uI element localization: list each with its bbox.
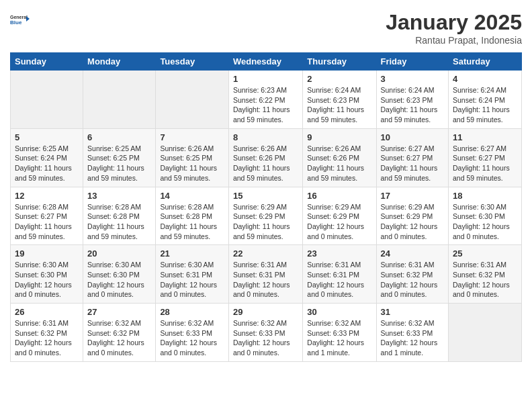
table-row: 20Sunrise: 6:30 AMSunset: 6:30 PMDayligh… (83, 245, 156, 304)
table-row: 4Sunrise: 6:24 AMSunset: 6:24 PMDaylight… (449, 71, 522, 129)
table-row: 23Sunrise: 6:31 AMSunset: 6:31 PMDayligh… (303, 245, 376, 304)
day-number: 18 (453, 191, 517, 201)
day-info: Sunrise: 6:31 AMSunset: 6:32 PMDaylight:… (15, 318, 79, 358)
day-number: 26 (15, 307, 79, 317)
day-info: Sunrise: 6:29 AMSunset: 6:29 PMDaylight:… (233, 202, 298, 242)
day-info: Sunrise: 6:31 AMSunset: 6:32 PMDaylight:… (381, 260, 445, 300)
table-row: 3Sunrise: 6:24 AMSunset: 6:23 PMDaylight… (376, 71, 449, 129)
table-row: 1Sunrise: 6:23 AMSunset: 6:22 PMDaylight… (228, 71, 302, 129)
table-row: 21Sunrise: 6:30 AMSunset: 6:31 PMDayligh… (156, 245, 229, 304)
svg-marker-2 (26, 16, 30, 21)
table-row (449, 304, 522, 362)
day-info: Sunrise: 6:24 AMSunset: 6:23 PMDaylight:… (381, 85, 445, 125)
table-row: 29Sunrise: 6:32 AMSunset: 6:33 PMDayligh… (228, 304, 302, 362)
day-info: Sunrise: 6:23 AMSunset: 6:22 PMDaylight:… (233, 85, 298, 125)
table-row: 28Sunrise: 6:32 AMSunset: 6:33 PMDayligh… (156, 304, 229, 362)
day-number: 4 (453, 74, 517, 84)
day-number: 19 (15, 248, 79, 259)
table-row: 18Sunrise: 6:30 AMSunset: 6:30 PMDayligh… (449, 187, 522, 245)
day-number: 27 (87, 307, 151, 317)
table-row (11, 71, 83, 129)
day-info: Sunrise: 6:28 AMSunset: 6:28 PMDaylight:… (87, 202, 151, 242)
table-row: 31Sunrise: 6:32 AMSunset: 6:33 PMDayligh… (376, 304, 449, 362)
day-number: 30 (307, 307, 371, 317)
header-wednesday: Wednesday (228, 53, 302, 71)
table-row: 12Sunrise: 6:28 AMSunset: 6:27 PMDayligh… (11, 187, 83, 245)
table-row: 30Sunrise: 6:32 AMSunset: 6:33 PMDayligh… (303, 304, 376, 362)
day-number: 14 (160, 191, 224, 201)
day-info: Sunrise: 6:31 AMSunset: 6:31 PMDaylight:… (307, 260, 371, 300)
table-row: 15Sunrise: 6:29 AMSunset: 6:29 PMDayligh… (228, 187, 302, 245)
day-info: Sunrise: 6:25 AMSunset: 6:25 PMDaylight:… (87, 144, 151, 183)
day-info: Sunrise: 6:32 AMSunset: 6:33 PMDaylight:… (233, 318, 298, 358)
table-row: 14Sunrise: 6:28 AMSunset: 6:28 PMDayligh… (156, 187, 229, 245)
day-info: Sunrise: 6:26 AMSunset: 6:26 PMDaylight:… (233, 144, 298, 183)
day-number: 3 (381, 74, 445, 84)
day-number: 23 (307, 248, 371, 259)
day-info: Sunrise: 6:28 AMSunset: 6:27 PMDaylight:… (15, 202, 79, 242)
header-thursday: Thursday (303, 53, 376, 71)
day-info: Sunrise: 6:24 AMSunset: 6:23 PMDaylight:… (307, 85, 371, 125)
logo-icon: GeneralBlue (10, 10, 30, 30)
day-info: Sunrise: 6:30 AMSunset: 6:31 PMDaylight:… (160, 260, 224, 300)
day-info: Sunrise: 6:28 AMSunset: 6:28 PMDaylight:… (160, 202, 224, 242)
day-number: 2 (307, 74, 371, 84)
day-info: Sunrise: 6:31 AMSunset: 6:32 PMDaylight:… (453, 260, 517, 300)
day-number: 24 (381, 248, 445, 259)
table-row: 7Sunrise: 6:26 AMSunset: 6:25 PMDaylight… (156, 128, 229, 187)
table-row: 24Sunrise: 6:31 AMSunset: 6:32 PMDayligh… (376, 245, 449, 304)
day-info: Sunrise: 6:25 AMSunset: 6:24 PMDaylight:… (15, 144, 79, 183)
calendar-week-1: 5Sunrise: 6:25 AMSunset: 6:24 PMDaylight… (11, 128, 522, 187)
table-row: 8Sunrise: 6:26 AMSunset: 6:26 PMDaylight… (228, 128, 302, 187)
day-number: 20 (87, 248, 151, 259)
day-number: 8 (233, 132, 298, 142)
day-info: Sunrise: 6:30 AMSunset: 6:30 PMDaylight:… (453, 202, 517, 242)
calendar: Sunday Monday Tuesday Wednesday Thursday… (10, 52, 522, 362)
day-info: Sunrise: 6:30 AMSunset: 6:30 PMDaylight:… (87, 260, 151, 300)
calendar-week-3: 19Sunrise: 6:30 AMSunset: 6:30 PMDayligh… (11, 245, 522, 304)
table-row: 13Sunrise: 6:28 AMSunset: 6:28 PMDayligh… (83, 187, 156, 245)
day-number: 17 (381, 191, 445, 201)
day-info: Sunrise: 6:24 AMSunset: 6:24 PMDaylight:… (453, 85, 517, 125)
header-monday: Monday (83, 53, 156, 71)
day-number: 22 (233, 248, 298, 259)
day-number: 1 (233, 74, 298, 84)
day-number: 16 (307, 191, 371, 201)
day-info: Sunrise: 6:29 AMSunset: 6:29 PMDaylight:… (307, 202, 371, 242)
day-number: 21 (160, 248, 224, 259)
day-number: 10 (381, 132, 445, 142)
title-block: January 2025 Rantau Prapat, Indonesia (386, 10, 522, 46)
header-saturday: Saturday (449, 53, 522, 71)
day-info: Sunrise: 6:27 AMSunset: 6:27 PMDaylight:… (381, 144, 445, 183)
day-info: Sunrise: 6:26 AMSunset: 6:26 PMDaylight:… (307, 144, 371, 183)
page-header: GeneralBlue January 2025 Rantau Prapat, … (10, 10, 522, 46)
day-info: Sunrise: 6:27 AMSunset: 6:27 PMDaylight:… (453, 144, 517, 183)
table-row: 22Sunrise: 6:31 AMSunset: 6:31 PMDayligh… (228, 245, 302, 304)
day-number: 29 (233, 307, 298, 317)
weekday-header-row: Sunday Monday Tuesday Wednesday Thursday… (11, 53, 522, 71)
day-number: 7 (160, 132, 224, 142)
table-row: 9Sunrise: 6:26 AMSunset: 6:26 PMDaylight… (303, 128, 376, 187)
day-info: Sunrise: 6:32 AMSunset: 6:33 PMDaylight:… (381, 318, 445, 358)
day-number: 6 (87, 132, 151, 142)
header-tuesday: Tuesday (156, 53, 229, 71)
day-number: 31 (381, 307, 445, 317)
day-info: Sunrise: 6:29 AMSunset: 6:29 PMDaylight:… (381, 202, 445, 242)
table-row: 26Sunrise: 6:31 AMSunset: 6:32 PMDayligh… (11, 304, 83, 362)
table-row: 19Sunrise: 6:30 AMSunset: 6:30 PMDayligh… (11, 245, 83, 304)
table-row: 2Sunrise: 6:24 AMSunset: 6:23 PMDaylight… (303, 71, 376, 129)
svg-text:General: General (10, 15, 28, 19)
day-info: Sunrise: 6:32 AMSunset: 6:33 PMDaylight:… (307, 318, 371, 358)
day-number: 11 (453, 132, 517, 142)
table-row: 11Sunrise: 6:27 AMSunset: 6:27 PMDayligh… (449, 128, 522, 187)
day-info: Sunrise: 6:30 AMSunset: 6:30 PMDaylight:… (15, 260, 79, 300)
day-info: Sunrise: 6:32 AMSunset: 6:32 PMDaylight:… (87, 318, 151, 358)
calendar-week-4: 26Sunrise: 6:31 AMSunset: 6:32 PMDayligh… (11, 304, 522, 362)
day-info: Sunrise: 6:32 AMSunset: 6:33 PMDaylight:… (160, 318, 224, 358)
location: Rantau Prapat, Indonesia (386, 35, 522, 46)
day-number: 13 (87, 191, 151, 201)
table-row: 5Sunrise: 6:25 AMSunset: 6:24 PMDaylight… (11, 128, 83, 187)
day-info: Sunrise: 6:31 AMSunset: 6:31 PMDaylight:… (233, 260, 298, 300)
table-row: 27Sunrise: 6:32 AMSunset: 6:32 PMDayligh… (83, 304, 156, 362)
table-row: 6Sunrise: 6:25 AMSunset: 6:25 PMDaylight… (83, 128, 156, 187)
